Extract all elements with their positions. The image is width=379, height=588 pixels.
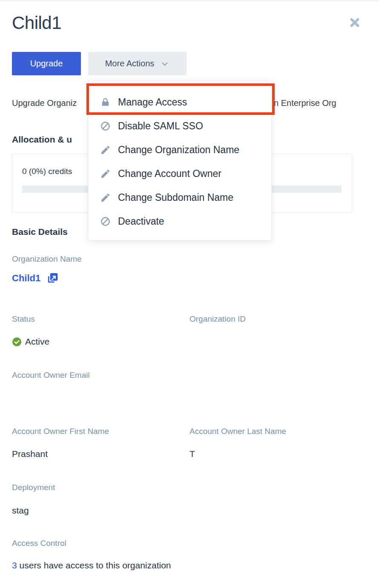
allocation-usage-heading: Allocation & u <box>12 134 72 145</box>
organization-id-label: Organization ID <box>190 314 246 324</box>
menu-item-change-account-owner[interactable]: Change Account Owner <box>89 162 271 186</box>
pencil-icon <box>100 145 111 155</box>
upgrade-description-right: n Enterprise Org <box>274 98 336 108</box>
organization-name-link[interactable]: Child1 <box>12 273 40 284</box>
deployment-value: stag <box>12 505 29 516</box>
chevron-down-icon <box>160 59 169 69</box>
basic-details-heading: Basic Details <box>12 227 68 237</box>
upgrade-description-left: Upgrade Organiz <box>12 98 77 108</box>
page-title: Child1 <box>12 13 61 33</box>
access-control-label: Access Control <box>12 539 66 548</box>
menu-item-manage-access[interactable]: Manage Access <box>89 90 271 114</box>
menu-item-disable-saml-sso[interactable]: Disable SAML SSO <box>89 114 271 138</box>
pencil-icon <box>100 168 111 179</box>
menu-item-label: Deactivate <box>118 216 164 227</box>
upgrade-button[interactable]: Upgrade <box>12 52 81 75</box>
user-count-link[interactable]: 3 <box>12 560 17 570</box>
status-row: Active <box>12 337 49 347</box>
lock-icon <box>100 97 111 108</box>
deployment-label: Deployment <box>12 483 55 492</box>
close-icon[interactable] <box>348 16 361 29</box>
first-name-label: Account Owner First Name <box>12 427 109 436</box>
access-control-value: 3 users have access to this organization <box>12 560 171 571</box>
organization-name-label: Organization Name <box>12 254 82 264</box>
status-label: Status <box>12 314 35 324</box>
more-actions-label: More Actions <box>105 59 155 69</box>
more-actions-button[interactable]: More Actions <box>88 52 187 75</box>
last-name-value: T <box>190 449 195 459</box>
first-name-value: Prashant <box>12 449 48 459</box>
access-control-text: users have access to this organization <box>17 560 171 570</box>
disable-icon <box>100 216 111 227</box>
menu-item-label: Change Account Owner <box>118 168 221 180</box>
status-value: Active <box>25 337 49 347</box>
menu-item-change-organization-name[interactable]: Change Organization Name <box>89 138 271 162</box>
menu-item-label: Change Subdomain Name <box>118 192 233 203</box>
menu-item-change-subdomain-name[interactable]: Change Subdomain Name <box>89 186 271 209</box>
account-owner-email-label: Account Owner Email <box>12 371 90 380</box>
pencil-icon <box>100 192 111 203</box>
org-details-modal: Child1 Upgrade More Actions Upgrade Orga… <box>0 0 379 588</box>
credits-used-text: 0 (0%) credits <box>22 167 72 176</box>
external-link-icon[interactable] <box>46 272 58 284</box>
menu-item-label: Disable SAML SSO <box>118 120 203 132</box>
menu-item-label: Manage Access <box>118 97 187 108</box>
upgrade-button-label: Upgrade <box>30 59 63 69</box>
last-name-label: Account Owner Last Name <box>190 427 286 436</box>
more-actions-menu: Manage Access Disable SAML SSO Change Or… <box>88 81 272 240</box>
organization-name-row: Child1 <box>12 272 58 284</box>
menu-item-deactivate[interactable]: Deactivate <box>89 209 271 233</box>
menu-item-label: Change Organization Name <box>118 144 239 156</box>
check-circle-icon <box>12 337 22 347</box>
disable-icon <box>100 121 111 131</box>
top-divider <box>0 0 379 2</box>
